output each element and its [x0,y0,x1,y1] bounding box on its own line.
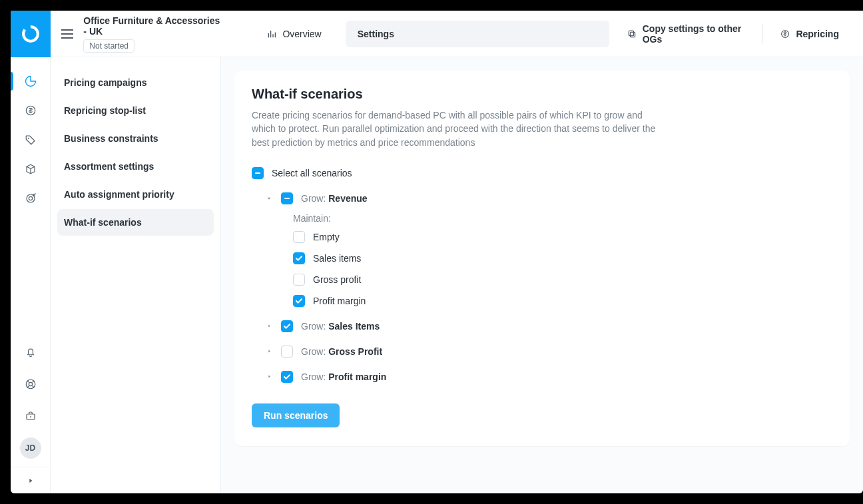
maintain-empty-label: Empty [313,232,340,242]
caret-right-icon[interactable] [265,324,273,328]
briefcase-icon[interactable] [25,405,37,427]
grow-revenue-checkbox[interactable] [281,192,293,204]
maintain-profit-margin-checkbox[interactable] [293,295,305,307]
subnav-pricing-campaigns[interactable]: Pricing campaigns [57,69,214,96]
menu-icon[interactable] [57,23,77,45]
grow-profit-margin-checkbox[interactable] [281,371,293,383]
grow-prefix: Grow: [301,321,328,332]
grow-profit-margin-row: Grow: Profit margin [252,366,832,387]
caret-right-icon[interactable] [265,349,273,354]
svg-point-2 [28,138,29,139]
settings-subnav: Pricing campaigns Repricing stop-list Bu… [51,57,221,493]
maintain-sales-items-row: Sales items [252,248,832,269]
grow-gross-profit-row: Grow: Gross Profit [252,341,832,362]
tab-settings-label: Settings [358,29,394,39]
tab-overview-label: Overview [282,29,321,39]
divider [762,25,763,43]
repricing-button[interactable]: Repricing [769,22,850,46]
select-all-checkbox[interactable] [252,167,264,179]
svg-point-4 [29,196,32,200]
left-rail: JD [11,11,51,493]
svg-rect-9 [629,31,633,35]
copy-settings-button[interactable]: Copy settings to other OGs [616,22,756,46]
maintain-empty-checkbox[interactable] [293,231,305,243]
refresh-icon [780,29,790,39]
svg-rect-12 [284,198,290,199]
app-logo [11,11,51,57]
maintain-gross-profit-label: Gross profit [313,274,361,285]
svg-point-0 [21,24,41,44]
subnav-auto-assignment-priority[interactable]: Auto assignment priority [57,181,214,208]
select-all-label: Select all scenarios [272,168,352,178]
page-title: Office Furniture & Accessories - UK [83,15,220,37]
rail-item-tags[interactable] [11,125,50,154]
select-all-row: Select all scenarios [252,162,832,184]
maintain-label: Maintain: [252,213,832,224]
grow-prefix: Grow: [301,193,328,204]
grow-revenue-label: Revenue [328,193,367,204]
run-scenarios-button[interactable]: Run scenarios [252,403,340,427]
grow-prefix: Grow: [301,346,328,357]
chart-icon [266,29,277,39]
what-if-card: What-if scenarios Create pricing scenari… [234,71,850,446]
tab-overview[interactable]: Overview [250,21,338,47]
grow-revenue-row: Grow: Revenue [252,188,832,209]
rail-item-pricing[interactable] [11,96,50,125]
page-header: Office Furniture & Accessories - UK Not … [51,11,863,57]
rail-item-goals[interactable] [11,184,50,213]
maintain-sales-items-checkbox[interactable] [293,252,305,264]
subnav-assortment-settings[interactable]: Assortment settings [57,153,214,180]
svg-point-3 [27,194,35,202]
grow-gross-profit-label: Gross Profit [328,346,382,357]
rail-item-analytics[interactable] [11,67,50,96]
grow-sales-items-checkbox[interactable] [281,320,293,332]
grow-profit-margin-label: Profit margin [328,372,386,382]
grow-gross-profit-checkbox[interactable] [281,346,293,358]
subnav-what-if-scenarios[interactable]: What-if scenarios [57,209,214,236]
maintain-profit-margin-label: Profit margin [313,296,366,306]
grow-sales-items-row: Grow: Sales Items [252,316,832,337]
repricing-label: Repricing [796,29,839,39]
maintain-profit-margin-row: Profit margin [252,290,832,312]
notifications-icon[interactable] [25,342,37,363]
tab-settings[interactable]: Settings [346,21,609,47]
svg-rect-8 [630,32,635,37]
rail-expand-toggle[interactable] [11,467,50,493]
caret-right-icon[interactable] [265,374,273,379]
grow-sales-items-label: Sales Items [328,321,380,332]
status-badge: Not started [83,39,135,53]
maintain-sales-items-label: Sales items [313,253,361,264]
grow-prefix: Grow: [301,372,328,382]
copy-icon [627,29,637,39]
svg-point-6 [29,382,32,385]
subnav-business-constraints[interactable]: Business constraints [57,125,214,152]
maintain-gross-profit-checkbox[interactable] [293,274,305,286]
maintain-gross-profit-row: Gross profit [252,269,832,290]
subnav-repricing-stop-list[interactable]: Repricing stop-list [57,97,214,124]
card-title: What-if scenarios [252,87,832,102]
copy-settings-label: Copy settings to other OGs [643,23,745,45]
card-description: Create pricing scenarios for demand-base… [252,109,665,149]
help-icon[interactable] [25,374,37,395]
maintain-empty-row: Empty [252,226,832,248]
svg-rect-11 [255,172,260,174]
caret-down-icon[interactable] [265,196,273,201]
rail-item-inventory[interactable] [11,154,50,184]
user-avatar[interactable]: JD [20,437,41,459]
